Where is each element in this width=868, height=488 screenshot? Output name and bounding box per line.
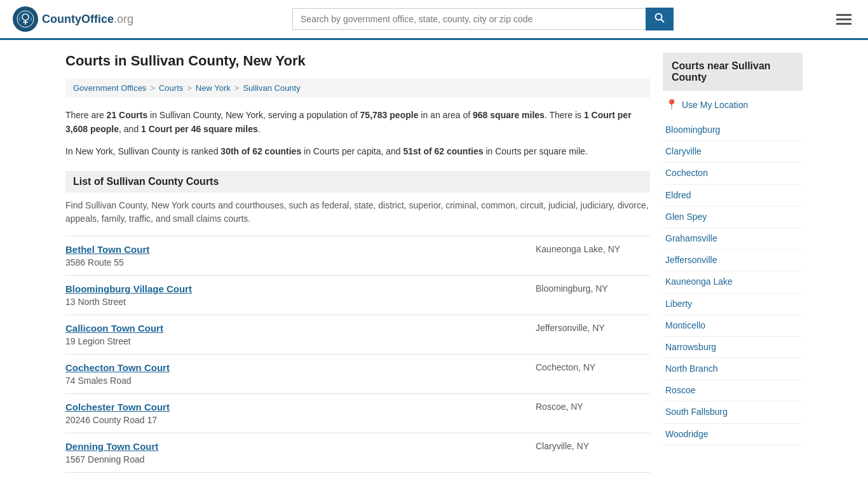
sidebar-town-link[interactable]: Claryville [663,141,803,163]
population-label: people [390,110,418,120]
svg-line-5 [661,20,665,23]
hamburger-line-3 [836,23,851,25]
search-input[interactable] [292,8,646,30]
court-list-item: Denning Town Court 1567 Denning Road Cla… [65,433,650,473]
court-name-link[interactable]: Bethel Town Court [65,244,149,255]
search-area [292,8,674,30]
logo-icon [13,6,38,32]
court-location: Cochecton, NY [536,362,650,372]
court-location: Jeffersonville, NY [536,323,650,333]
site-header: CountyOffice.org [0,0,868,40]
use-my-location[interactable]: 📍 Use My Location [663,98,803,111]
court-name-link[interactable]: Bloomingburg Village Court [65,283,192,294]
sidebar-town-link[interactable]: Cochecton [663,163,803,184]
sidebar-town-link[interactable]: Jeffersonville [663,250,803,271]
logo-text: CountyOffice.org [42,13,133,26]
sidebar-town-link[interactable]: North Branch [663,358,803,380]
courts-list: Bethel Town Court 3586 Route 55 Kauneong… [65,236,650,473]
sidebar-town-link[interactable]: Grahamsville [663,228,803,250]
sidebar-town-link[interactable]: Bloomingburg [663,119,803,141]
court-list-item: Callicoon Town Court 19 Legion Street Je… [65,315,650,354]
search-button[interactable] [646,8,674,30]
hamburger-line-2 [836,18,851,20]
hamburger-menu-button[interactable] [832,10,855,29]
breadcrumb-sep-3: > [234,83,240,93]
court-address: 13 North Street [65,297,126,307]
court-location: Roscoe, NY [536,402,650,412]
stats-paragraph: There are 21 Courts in Sullivan County, … [65,108,650,137]
breadcrumb-sullivan-county[interactable]: Sullivan County [243,83,300,93]
sidebar-town-link[interactable]: Glen Spey [663,207,803,228]
court-row: Denning Town Court 1567 Denning Road Cla… [65,441,650,464]
court-list-item: Cochecton Town Court 74 Smales Road Coch… [65,354,650,393]
court-address: 20246 County Road 17 [65,415,157,425]
breadcrumb-new-york[interactable]: New York [196,83,231,93]
breadcrumb-courts[interactable]: Courts [159,83,183,93]
rank-capita: 30th of 62 counties [220,146,301,156]
sidebar-town-link[interactable]: Kauneonga Lake [663,271,803,293]
court-name-link[interactable]: Cochecton Town Court [65,362,170,373]
court-location: Bloomingburg, NY [536,283,650,294]
court-address: 3586 Route 55 [65,257,124,268]
court-list-item: Bloomingburg Village Court 13 North Stre… [65,275,650,315]
sidebar-town-link[interactable]: Narrowsburg [663,337,803,358]
content-area: Courts in Sullivan County, New York Gove… [65,53,650,473]
main-container: Courts in Sullivan County, New York Gove… [53,40,815,485]
breadcrumb-sep-2: > [187,83,192,93]
court-row: Callicoon Town Court 19 Legion Street Je… [65,323,650,346]
page-title: Courts in Sullivan County, New York [65,53,650,69]
court-list-item: Bethel Town Court 3586 Route 55 Kauneong… [65,236,650,275]
court-address: 1567 Denning Road [65,454,145,464]
ranking-paragraph: In New York, Sullivan County is ranked 3… [65,144,650,158]
list-section-heading: List of Sullivan County Courts [65,171,650,193]
court-row: Cochecton Town Court 74 Smales Road Coch… [65,362,650,386]
court-address: 19 Legion Street [65,336,131,346]
sidebar: Courts near Sullivan County 📍 Use My Loc… [663,53,803,473]
sidebar-header: Courts near Sullivan County [663,53,803,91]
area: 968 square miles [473,110,545,120]
sidebar-town-link[interactable]: Roscoe [663,380,803,402]
court-count-label: Courts [119,110,147,120]
rank-area: 51st of 62 counties [403,146,483,156]
court-location: Claryville, NY [536,441,650,451]
court-address: 74 Smales Road [65,376,132,386]
svg-point-4 [656,14,662,20]
location-pin-icon: 📍 [665,98,678,111]
list-description: Find Sullivan County, New York courts an… [65,199,650,226]
breadcrumb-government-offices[interactable]: Government Offices [73,83,146,93]
sidebar-town-link[interactable]: Woodridge [663,424,803,445]
sidebar-town-link[interactable]: South Fallsburg [663,402,803,423]
court-name-link[interactable]: Callicoon Town Court [65,323,163,334]
use-my-location-link[interactable]: Use My Location [682,100,748,110]
court-count: 21 [107,110,117,120]
nearby-towns-list: BloomingburgClaryvilleCochectonEldredGle… [663,119,803,445]
sidebar-town-link[interactable]: Monticello [663,315,803,337]
per-area: 1 Court per 46 square miles [141,124,258,134]
court-name-link[interactable]: Colchester Town Court [65,402,170,412]
court-list-item: Colchester Town Court 20246 County Road … [65,393,650,433]
court-row: Bloomingburg Village Court 13 North Stre… [65,283,650,307]
court-location: Kauneonga Lake, NY [536,244,650,254]
sidebar-town-link[interactable]: Eldred [663,185,803,207]
population: 75,783 [360,110,388,120]
logo-area[interactable]: CountyOffice.org [13,6,133,32]
breadcrumb-sep-1: > [150,83,155,93]
court-row: Colchester Town Court 20246 County Road … [65,402,650,425]
hamburger-line-1 [836,14,851,16]
sidebar-town-link[interactable]: Liberty [663,294,803,315]
court-row: Bethel Town Court 3586 Route 55 Kauneong… [65,244,650,268]
court-name-link[interactable]: Denning Town Court [65,441,158,452]
breadcrumb: Government Offices > Courts > New York >… [65,78,650,98]
